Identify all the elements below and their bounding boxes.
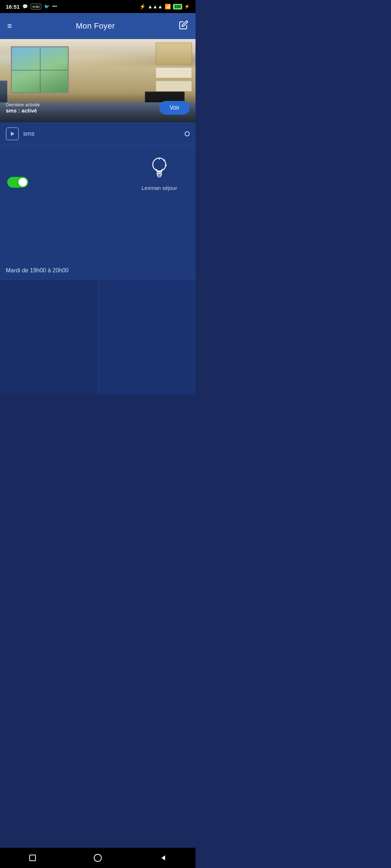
battery-indicator: 100 [173, 4, 182, 9]
status-circle [185, 131, 190, 136]
status-bar: 16:51 💬 enki 🐦 ••• ⚡ ▲▲▲ 📶 100 ⚡ [0, 0, 196, 13]
schedule-text: Mardi de 19h00 à 20h00 [0, 260, 196, 280]
toggle-thumb [18, 178, 27, 187]
more-icon: ••• [52, 4, 57, 9]
menu-button[interactable]: ≡ [7, 21, 12, 31]
messenger-icon: 💬 [22, 4, 28, 9]
enki-icon: enki [31, 4, 41, 9]
voir-button[interactable]: Voir [159, 101, 190, 115]
main-content: Lexman séjour [0, 144, 196, 260]
activity-value: sms : activé [6, 107, 40, 114]
sms-left: sms [6, 127, 34, 140]
sms-label: sms [23, 130, 34, 137]
activity-info: Dernière activité sms : activé [6, 102, 40, 114]
status-time: 16:51 [6, 4, 20, 10]
power-toggle[interactable] [7, 177, 28, 188]
room-window-visual [11, 46, 69, 93]
header: ≡ Mon Foyer [0, 13, 196, 39]
signal-icon: ▲▲▲ [148, 4, 163, 9]
status-right: ⚡ ▲▲▲ 📶 100 ⚡ [139, 4, 190, 9]
twitter-icon: 🐦 [44, 4, 50, 9]
lower-right-panel [98, 280, 196, 395]
light-bulb-icon [147, 155, 172, 180]
activity-overlay: Dernière activité sms : activé Voir [0, 93, 196, 122]
edit-button[interactable] [179, 20, 188, 32]
room-image: Dernière activité sms : activé Voir [0, 39, 196, 122]
activity-label: Dernière activité [6, 102, 40, 107]
lower-left-panel [0, 280, 98, 395]
charging-icon: ⚡ [184, 4, 190, 9]
svg-marker-0 [11, 132, 14, 136]
light-label: Lexman séjour [142, 185, 177, 191]
toggle-container [7, 177, 28, 188]
svg-point-1 [153, 158, 166, 171]
sms-panel-header: sms [0, 122, 196, 144]
wifi-icon: 📶 [165, 4, 171, 9]
lower-panels [0, 280, 196, 395]
toggle-panel [0, 144, 123, 260]
status-left: 16:51 💬 enki 🐦 ••• [6, 4, 57, 10]
light-panel: Lexman séjour [123, 144, 196, 260]
play-button[interactable] [6, 127, 19, 140]
bluetooth-icon: ⚡ [139, 4, 146, 9]
page-title: Mon Foyer [76, 21, 115, 31]
